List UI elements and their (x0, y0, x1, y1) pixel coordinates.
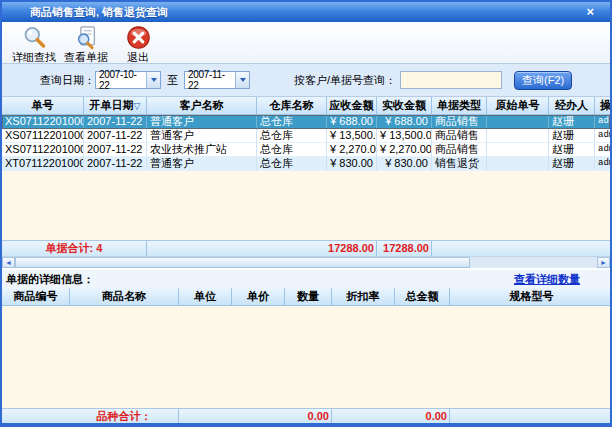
orders-total-row: 单据合计: 4 17288.00 17288.00 (2, 240, 610, 256)
date-to-value: 2007-11-22 (185, 69, 235, 91)
col-original-no[interactable]: 原始单号 (487, 97, 549, 114)
detail-find-label: 详细查找 (8, 50, 60, 65)
details-total-row: 品种合计： 0.00 0.00 (2, 408, 610, 423)
sort-desc-icon: ▽ (134, 101, 141, 111)
cell-handler: 赵珊 (549, 143, 595, 157)
table-row[interactable]: XS071122010003 2007-11-22 农业技术推广站 总仓库 ¥ … (2, 143, 610, 157)
cell-customer: 普通客户 (147, 115, 257, 129)
cell-warehouse: 总仓库 (257, 129, 327, 143)
date-from-combobox[interactable]: 2007-10-22 (95, 71, 161, 89)
table-row[interactable]: XS071122010001 2007-11-22 普通客户 总仓库 ¥ 688… (2, 115, 610, 129)
col-total-amount[interactable]: 总金额 (395, 288, 450, 305)
toolbar: 详细查找 查看单据 退出 (2, 22, 610, 64)
horizontal-scrollbar[interactable]: ◄ ► (2, 256, 610, 268)
date-from-dropdown-icon[interactable] (146, 72, 160, 88)
orders-total-label: 单据合计: 4 (2, 241, 147, 256)
date-to-combobox[interactable]: 2007-11-22 (184, 71, 250, 89)
orders-total-received: 17288.00 (377, 241, 432, 256)
cell-received: ¥ 2,270.00 (377, 143, 432, 157)
cell-original-no (487, 143, 549, 157)
orders-total-receivable: 17288.00 (327, 241, 377, 256)
cell-receivable: ¥ 688.00 (327, 115, 377, 129)
cell-date: 2007-11-22 (84, 143, 147, 157)
col-operator[interactable]: 操作员 (595, 97, 610, 114)
app-window: 商品销售查询, 销售退货查询 × 详细查找 (0, 0, 612, 427)
cell-receivable: ¥ 2,270.00 (327, 143, 377, 157)
view-document-label: 查看单据 (60, 50, 112, 65)
query-button[interactable]: 查询(F2) (514, 71, 572, 90)
titlebar: 商品销售查询, 销售退货查询 × (2, 2, 610, 22)
cell-operator: admin (595, 129, 610, 143)
cell-customer: 普通客户 (147, 129, 257, 143)
customer-query-label: 按客户/单据号查询： (294, 73, 396, 88)
details-title: 单据的详细信息： (6, 272, 94, 287)
exit-label: 退出 (112, 50, 164, 65)
cell-operator: admin (595, 143, 610, 157)
cell-original-no (487, 157, 549, 171)
table-row[interactable]: XS071122010002 2007-11-22 普通客户 总仓库 ¥ 13,… (2, 129, 610, 143)
cell-handler: 赵珊 (549, 115, 595, 129)
cell-customer: 普通客户 (147, 157, 257, 171)
exit-button[interactable]: 退出 (112, 22, 164, 65)
date-range-label: 查询日期： (40, 73, 95, 88)
details-total-quantity: 0.00 (285, 409, 332, 424)
col-handler[interactable]: 经办人 (549, 97, 595, 114)
col-customer[interactable]: 客户名称 (147, 97, 257, 114)
cell-date: 2007-11-22 (84, 115, 147, 129)
customer-query-input[interactable] (400, 71, 502, 89)
scroll-right-icon[interactable]: ► (597, 257, 610, 268)
detail-find-button[interactable]: 详细查找 (8, 22, 60, 65)
cell-type: 商品销售 (432, 115, 487, 129)
window-title: 商品销售查询, 销售退货查询 (2, 5, 168, 20)
view-document-button[interactable]: 查看单据 (60, 22, 112, 65)
details-header-bar: 单据的详细信息： 查看详细数量 (2, 270, 610, 288)
cell-type: 商品销售 (432, 129, 487, 143)
cell-order-no: XT071122010001 (2, 157, 84, 171)
scrollbar-thumb[interactable] (15, 257, 470, 268)
col-received[interactable]: 实收金额 (377, 97, 432, 114)
details-total-amount: 0.00 (395, 409, 450, 424)
cell-handler: 赵珊 (549, 129, 595, 143)
cell-customer: 农业技术推广站 (147, 143, 257, 157)
cell-warehouse: 总仓库 (257, 115, 327, 129)
col-order-no[interactable]: 单号 (2, 97, 84, 114)
details-table-header: 商品编号 商品名称 单位 单价 数量 折扣率 总金额 规格型号 (2, 288, 610, 306)
cell-type: 商品销售 (432, 143, 487, 157)
cell-operator: admin (595, 115, 610, 129)
col-quantity[interactable]: 数量 (285, 288, 332, 305)
cell-received: ¥ 13,500.00 (377, 129, 432, 143)
col-product-code[interactable]: 商品编号 (2, 288, 70, 305)
col-product-name[interactable]: 商品名称 (70, 288, 179, 305)
orders-table: 单号 开单日期▽ 客户名称 仓库名称 应收金额 实收金额 单据类型 原始单号 经… (2, 97, 610, 268)
date-from-value: 2007-10-22 (96, 69, 146, 91)
cell-order-no: XS071122010001 (2, 115, 84, 129)
cell-date: 2007-11-22 (84, 157, 147, 171)
cell-type: 销售退货 (432, 157, 487, 171)
col-unit[interactable]: 单位 (179, 288, 232, 305)
orders-table-empty-area (2, 171, 610, 240)
col-warehouse[interactable]: 仓库名称 (257, 97, 327, 114)
cell-original-no (487, 115, 549, 129)
cell-receivable: ¥ 13,500.00 (327, 129, 377, 143)
col-receivable[interactable]: 应收金额 (327, 97, 377, 114)
cell-handler: 赵珊 (549, 157, 595, 171)
scroll-left-icon[interactable]: ◄ (2, 257, 15, 268)
view-detail-quantity-link[interactable]: 查看详细数量 (514, 272, 580, 287)
cell-received: ¥ 688.00 (377, 115, 432, 129)
col-discount-rate[interactable]: 折扣率 (332, 288, 395, 305)
details-table: 商品编号 商品名称 单位 单价 数量 折扣率 总金额 规格型号 品种合计： 0.… (2, 288, 610, 423)
details-total-label: 品种合计： (70, 409, 179, 424)
col-doc-type[interactable]: 单据类型 (432, 97, 487, 114)
cell-date: 2007-11-22 (84, 129, 147, 143)
col-order-date[interactable]: 开单日期▽ (84, 97, 147, 114)
cell-operator: admin (595, 157, 610, 171)
filter-bar: 查询日期： 2007-10-22 至 2007-11-22 按客户/单据号查询：… (2, 64, 610, 97)
table-row[interactable]: XT071122010001 2007-11-22 普通客户 总仓库 ¥ 830… (2, 157, 610, 171)
col-spec-model[interactable]: 规格型号 (450, 288, 610, 305)
close-icon[interactable]: × (586, 3, 594, 21)
cell-warehouse: 总仓库 (257, 143, 327, 157)
cell-warehouse: 总仓库 (257, 157, 327, 171)
col-unit-price[interactable]: 单价 (232, 288, 285, 305)
date-to-dropdown-icon[interactable] (235, 72, 249, 88)
cell-original-no (487, 129, 549, 143)
